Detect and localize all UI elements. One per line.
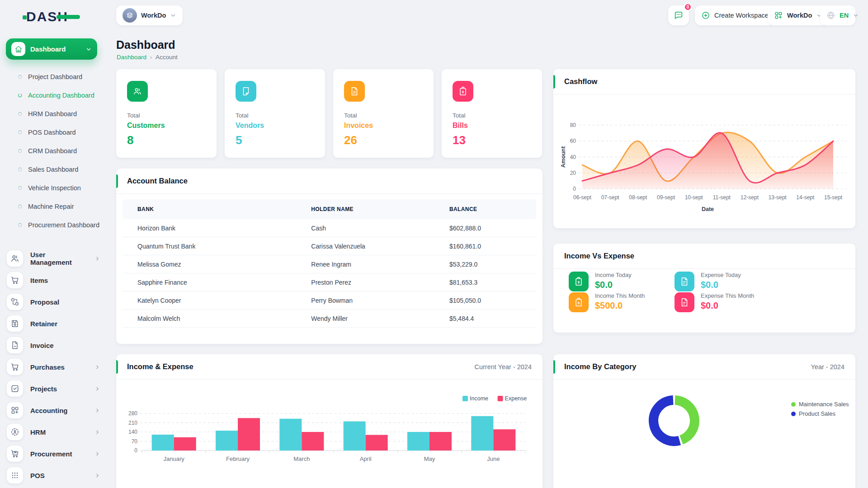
stat-card-vendors: TotalVendors5 (225, 69, 325, 158)
svg-text:Income: Income (470, 395, 488, 402)
bullet-icon (18, 205, 22, 208)
page-title: Dashboard (116, 38, 175, 52)
chevron-down-icon (170, 12, 176, 19)
sidebar-item-pos[interactable]: POS (0, 465, 107, 486)
sidebar-subitem[interactable]: CRM Dashboard (0, 142, 107, 160)
sidebar-item-items[interactable]: Items (0, 269, 107, 291)
stat-value: 5 (236, 133, 314, 147)
chat-icon (674, 10, 684, 20)
table-row: Katelyn CooperPerry Bowman$105,050.0 (123, 291, 536, 310)
ive-stat-label: Income This Month (595, 292, 645, 299)
sidebar-item-purchases[interactable]: Purchases (0, 356, 107, 378)
plus-circle-icon (701, 11, 710, 20)
create-workspace-button[interactable]: Create Workspace (695, 5, 775, 25)
income-vs-expense-grid: $Income Today$0.0Expense Today$0.0$Incom… (553, 269, 855, 333)
table-cell: Sapphire Finance (123, 279, 296, 286)
chevron-right-icon (94, 256, 100, 262)
account-balance-table: BANKHOLDER NAMEBALANCE Horizon BankCash$… (123, 199, 536, 328)
stat-category-label: Bills (453, 122, 531, 130)
table-row: Malcolm WelchWendy Miller$5,484.4 (123, 310, 536, 328)
account-balance-title: Account Balance (127, 177, 532, 185)
cart-return-icon (7, 446, 23, 462)
grid-plus-icon (7, 402, 23, 418)
sidebar-item-label: Purchases (30, 363, 87, 371)
sidebar-item-proposal[interactable]: Proposal (0, 291, 107, 313)
sidebar-item-dashboard[interactable]: Dashboard (6, 38, 97, 60)
sidebar-item-accounting[interactable]: Accounting (0, 399, 107, 421)
income-expense-stat: $Income Today$0.0 (569, 272, 632, 291)
svg-text:11-sept: 11-sept (713, 194, 731, 201)
table-cell: Renee Ingram (296, 261, 434, 268)
table-cell: Katelyn Cooper (123, 297, 296, 304)
svg-text:140: 140 (128, 429, 137, 435)
sidebar-item-label: Invoice (30, 342, 100, 349)
income-expense-period: Current Year - 2024 (474, 363, 532, 371)
file-icon (7, 337, 23, 353)
sidebar: DASH Dashboard Project DashboardAccounti… (0, 0, 107, 488)
sidebar-subitem-label: Sales Dashboard (28, 165, 78, 174)
svg-text:15-sept: 15-sept (824, 194, 843, 201)
sidebar-subitem-label: POS Dashboard (28, 128, 76, 137)
sidebar-subitem-label: Accounting Dashboard (28, 91, 94, 100)
sidebar-subitem-label: Vehicle Inspection (28, 184, 81, 192)
svg-text:280: 280 (128, 410, 137, 417)
svg-text:14-sept: 14-sept (796, 194, 815, 201)
sidebar-item-projects[interactable]: Projects (0, 378, 107, 399)
messages-button[interactable]: 0 (668, 5, 689, 25)
cashflow-card: Cashflow 02040608006-sept07-sept08-sept0… (553, 69, 855, 228)
income-expense-stat: $Income This Month$500.0 (569, 292, 645, 312)
sidebar-subitem[interactable]: POS Dashboard (0, 123, 107, 142)
sidebar-item-retainer[interactable]: Retainer (0, 313, 107, 334)
workspace-switcher[interactable]: WorkDo (116, 5, 183, 25)
stat-total-label: Total (236, 112, 314, 119)
income-expense-card: Income & Expense Current Year - 2024 070… (116, 354, 542, 488)
logo-dash-icon (57, 15, 80, 19)
clipboard-dollar-icon: $ (453, 81, 473, 102)
sidebar-subitem[interactable]: Vehicle Inspection (0, 179, 107, 197)
stat-total-label: Total (453, 112, 531, 119)
cashflow-chart: 02040608006-sept07-sept08-sept09-sept10-… (553, 94, 855, 228)
svg-text:$: $ (462, 90, 464, 94)
create-workspace-label: Create Workspace (714, 12, 769, 19)
table-cell: $602,888.0 (434, 225, 536, 232)
sidebar-item-hrm[interactable]: HRM (0, 421, 107, 443)
svg-text:08-sept: 08-sept (629, 194, 647, 201)
svg-text:Expense: Expense (505, 395, 527, 402)
language-selector[interactable]: EN (820, 5, 855, 25)
table-cell: $53,229.0 (434, 261, 536, 268)
sidebar-subitem[interactable]: Machine Repair (0, 197, 107, 216)
sidebar-item-label: Retainer (30, 320, 100, 328)
table-cell: $160,861.0 (434, 243, 536, 250)
sidebar-item-procurement[interactable]: Procurement (0, 443, 107, 465)
table-cell: Carissa Valenzuela (296, 243, 434, 250)
income-by-category-title: Income By Category (564, 362, 811, 371)
sidebar-subitem[interactable]: HRM Dashboard (0, 105, 107, 123)
stat-card-bills: $TotalBills13 (442, 69, 542, 158)
svg-text:Date: Date (702, 206, 714, 212)
sidebar-item-invoice[interactable]: Invoice (0, 334, 107, 356)
chevron-down-icon (85, 46, 92, 52)
bullet-icon (18, 112, 22, 116)
svg-text:07-sept: 07-sept (601, 194, 620, 201)
sidebar-item-user-management[interactable]: User Management (0, 248, 107, 269)
sidebar-subitem-label: HRM Dashboard (28, 110, 77, 118)
sidebar-subitem-label: CRM Dashboard (28, 147, 77, 155)
sidebar-subitem[interactable]: Sales Dashboard (0, 160, 107, 179)
bullet-icon (18, 149, 22, 153)
table-column-header: BANK (123, 206, 296, 212)
cart-icon (7, 359, 23, 375)
svg-text:February: February (226, 455, 250, 462)
sidebar-subitem[interactable]: Project Dashboard (0, 68, 107, 86)
breadcrumb-link[interactable]: Dashboard (117, 54, 146, 61)
ive-stat-label: Income Today (595, 272, 632, 278)
sidebar-subitem[interactable]: Procurement Dashboard (0, 216, 107, 235)
bullet-icon (18, 168, 22, 171)
stat-value: 13 (453, 133, 531, 147)
ive-stat-label: Expense Today (701, 272, 741, 278)
svg-text:$: $ (578, 280, 580, 284)
check-square-icon (7, 380, 23, 397)
sidebar-item-label: HRM (30, 428, 87, 436)
app-logo: DASH (26, 9, 68, 24)
sidebar-subitem[interactable]: Accounting Dashboard (0, 86, 107, 105)
stat-card-customers: TotalCustomers8 (116, 69, 217, 158)
